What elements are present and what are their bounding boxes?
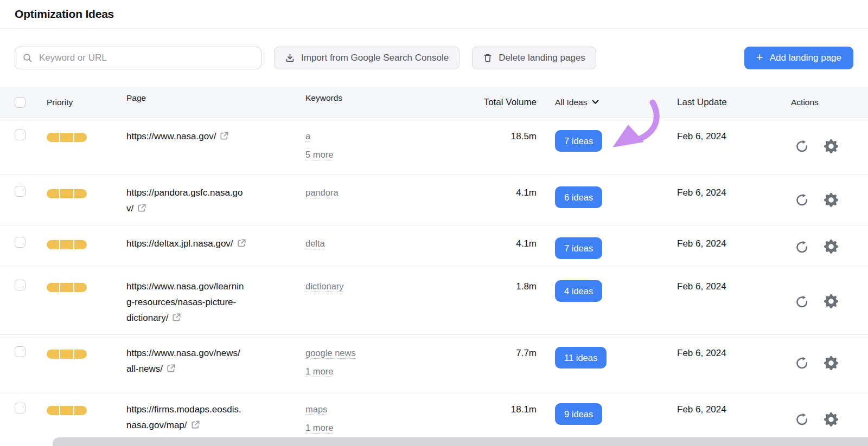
ideas-button[interactable]: 9 ideas — [555, 403, 602, 425]
keyword-link[interactable]: 5 more — [305, 150, 333, 160]
total-volume-value: 4.1m — [455, 174, 537, 225]
keyword-line: maps — [305, 402, 449, 417]
refresh-button[interactable] — [795, 139, 809, 153]
settings-button[interactable] — [824, 139, 838, 153]
keyword-link[interactable]: a — [305, 131, 310, 142]
refresh-icon — [795, 240, 809, 254]
delete-landing-pages-label: Delete landing pages — [499, 53, 585, 63]
total-volume-value: 1.8m — [455, 268, 537, 334]
refresh-button[interactable] — [795, 412, 809, 426]
priority-indicator — [47, 189, 87, 198]
all-ideas-filter[interactable]: All Ideas — [555, 98, 659, 107]
page-url: https://firms.modaps.eosdis.nasa.gov/map… — [126, 402, 295, 433]
total-volume-value: 7.7m — [455, 335, 537, 391]
keywords-cell: dictionary — [305, 268, 455, 334]
page-cell: https://www.nasa.gov/learning-resources/… — [126, 268, 305, 334]
priority-segment — [60, 189, 73, 198]
settings-button[interactable] — [824, 193, 838, 207]
priority-segment — [60, 133, 73, 142]
header-keywords: Keywords — [305, 93, 455, 112]
add-landing-page-label: Add landing page — [770, 53, 841, 63]
page-cell: https://www.nasa.gov/ — [126, 118, 305, 174]
actions-cell — [773, 118, 868, 174]
keyword-link[interactable]: google news — [305, 348, 356, 359]
search-input[interactable] — [38, 52, 253, 64]
settings-button[interactable] — [824, 240, 838, 254]
priority-indicator — [47, 283, 87, 292]
priority-segment — [60, 240, 73, 249]
settings-button[interactable] — [824, 294, 838, 308]
row-checkbox-cell — [0, 268, 47, 334]
refresh-icon — [795, 295, 809, 308]
page-title: Optimization Ideas — [15, 8, 114, 21]
external-link-icon[interactable] — [167, 365, 176, 375]
keyword-link[interactable]: maps — [305, 404, 327, 415]
page-url-line: v/ — [126, 201, 295, 216]
plus-icon: + — [756, 51, 763, 63]
refresh-icon — [795, 412, 809, 426]
actions-cell — [773, 268, 868, 334]
ideas-button[interactable]: 11 ideas — [555, 347, 607, 369]
header-page: Page — [126, 93, 305, 112]
ideas-button[interactable]: 7 ideas — [555, 237, 602, 259]
priority-segment — [74, 189, 87, 198]
external-link-icon[interactable] — [191, 421, 200, 431]
gear-icon — [824, 139, 838, 153]
search-field[interactable] — [15, 47, 261, 69]
refresh-button[interactable] — [795, 240, 809, 254]
page-url-line: https://pandora.gsfc.nasa.go — [126, 185, 295, 201]
select-all-checkbox[interactable] — [15, 97, 25, 108]
last-update-value: Feb 6, 2024 — [659, 174, 773, 225]
header-actions: Actions — [773, 98, 868, 107]
add-landing-page-button[interactable]: + Add landing page — [744, 47, 853, 69]
total-volume-value: 18.5m — [455, 118, 537, 174]
row-checkbox-cell — [0, 335, 47, 391]
header-priority: Priority — [47, 98, 126, 107]
priority-segment — [60, 283, 73, 292]
keyword-link[interactable]: pandora — [305, 188, 339, 198]
ideas-button[interactable]: 6 ideas — [555, 186, 602, 208]
keyword-link[interactable]: dictionary — [305, 281, 344, 292]
ideas-cell: 7 ideas — [537, 118, 659, 174]
keyword-line: google news — [305, 345, 449, 361]
actions-cell — [773, 225, 868, 268]
import-gsc-button[interactable]: Import from Google Search Console — [274, 47, 459, 69]
external-link-icon[interactable] — [172, 314, 181, 324]
row-checkbox[interactable] — [15, 186, 25, 197]
priority-segment — [47, 350, 59, 359]
refresh-button[interactable] — [795, 356, 809, 370]
page-url-line: g-resources/nasas-picture- — [126, 294, 295, 310]
priority-segment — [47, 406, 59, 415]
external-link-icon[interactable] — [220, 132, 229, 143]
ideas-button[interactable]: 4 ideas — [555, 280, 602, 302]
title-bar: Optimization Ideas — [0, 0, 868, 29]
keyword-link[interactable]: 1 more — [305, 366, 333, 377]
page-cell: https://pandora.gsfc.nasa.gov/ — [126, 174, 305, 225]
external-link-icon[interactable] — [137, 204, 146, 215]
page-url-line: https://www.nasa.gov/news/ — [126, 345, 295, 361]
row-checkbox[interactable] — [15, 280, 25, 290]
delete-landing-pages-button[interactable]: Delete landing pages — [472, 47, 596, 69]
priority-cell — [47, 335, 126, 391]
page-url: https://pandora.gsfc.nasa.gov/ — [126, 185, 295, 216]
refresh-button[interactable] — [795, 295, 809, 308]
settings-button[interactable] — [824, 412, 838, 426]
row-checkbox[interactable] — [15, 346, 25, 357]
priority-segment — [47, 240, 59, 249]
priority-indicator — [47, 133, 87, 142]
actions-cell — [773, 174, 868, 225]
refresh-button[interactable] — [795, 193, 809, 206]
row-checkbox-cell — [0, 391, 47, 446]
row-checkbox[interactable] — [15, 130, 25, 140]
priority-segment — [74, 406, 87, 415]
settings-button[interactable] — [824, 356, 838, 370]
last-update-value: Feb 6, 2024 — [659, 268, 773, 334]
gear-icon — [824, 240, 838, 254]
row-checkbox[interactable] — [15, 403, 25, 413]
row-checkbox[interactable] — [15, 237, 25, 248]
ideas-button[interactable]: 7 ideas — [555, 130, 602, 152]
keyword-link[interactable]: delta — [305, 238, 325, 249]
external-link-icon[interactable] — [237, 240, 246, 250]
keyword-link[interactable]: 1 more — [305, 423, 333, 434]
search-icon — [23, 53, 33, 63]
